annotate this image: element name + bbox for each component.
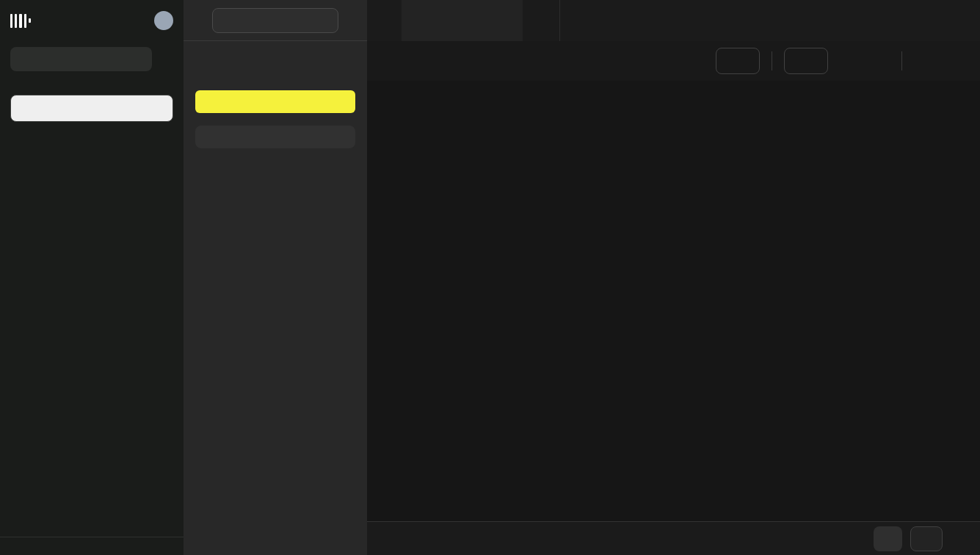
home-icon <box>378 14 391 27</box>
table-grid-icon <box>414 15 427 27</box>
sidebar <box>0 0 184 555</box>
connect-icon <box>31 102 43 115</box>
sort-button[interactable] <box>865 48 890 73</box>
app-window <box>0 0 980 555</box>
main-tabstrip <box>367 0 980 41</box>
pagination <box>874 526 970 551</box>
insert-row-button[interactable] <box>784 48 828 74</box>
prev-page-button[interactable] <box>874 526 902 551</box>
terminal-icon <box>941 15 954 27</box>
search-icon <box>203 131 214 142</box>
add-workspace-button[interactable] <box>161 53 173 65</box>
notifications-button[interactable] <box>132 13 147 28</box>
explorer-panel <box>184 0 367 555</box>
search-resources-input[interactable] <box>219 131 348 143</box>
refresh-tables-button[interactable] <box>346 14 358 27</box>
toolbar-divider <box>772 51 772 70</box>
database-selector[interactable] <box>212 8 338 33</box>
search-resources-box <box>195 126 355 148</box>
chevron-updown-icon <box>318 14 330 26</box>
explorer-tabs <box>184 41 367 76</box>
new-tab-button[interactable] <box>523 0 559 41</box>
terminal-icon <box>728 55 740 67</box>
sort-icon <box>871 55 884 68</box>
table-toolbar <box>367 41 980 81</box>
avatar[interactable] <box>154 11 173 30</box>
new-table-button[interactable] <box>195 90 355 113</box>
create-query-button[interactable] <box>716 48 760 74</box>
main-area <box>367 0 980 555</box>
chevron-updown-icon <box>132 53 145 65</box>
sidebar-footer <box>0 537 184 555</box>
connect-button[interactable] <box>10 95 173 122</box>
sidebar-header <box>0 0 184 41</box>
toolbar-divider <box>901 51 902 70</box>
workspace-selector[interactable] <box>10 47 152 71</box>
download-button[interactable] <box>914 48 939 73</box>
filter-button[interactable] <box>834 48 859 73</box>
collapse-panel-button[interactable] <box>192 14 205 27</box>
page-number-input[interactable] <box>910 526 943 551</box>
download-icon <box>921 55 933 68</box>
table-grid-icon <box>266 96 277 107</box>
refresh-data-button[interactable] <box>945 48 970 73</box>
plus-icon <box>535 15 548 27</box>
insert-row-icon <box>796 55 808 67</box>
tabstrip-divider <box>559 0 560 41</box>
database-icon <box>220 15 231 26</box>
refresh-icon <box>951 55 964 68</box>
tab-cell-towers[interactable] <box>402 0 523 41</box>
queries-button[interactable] <box>941 15 961 27</box>
data-grid <box>367 81 980 521</box>
home-button[interactable] <box>367 0 402 41</box>
notification-dot <box>142 12 148 18</box>
grid-footer <box>367 521 980 555</box>
filter-icon <box>841 55 853 68</box>
clickhouse-logo-icon <box>10 14 31 28</box>
